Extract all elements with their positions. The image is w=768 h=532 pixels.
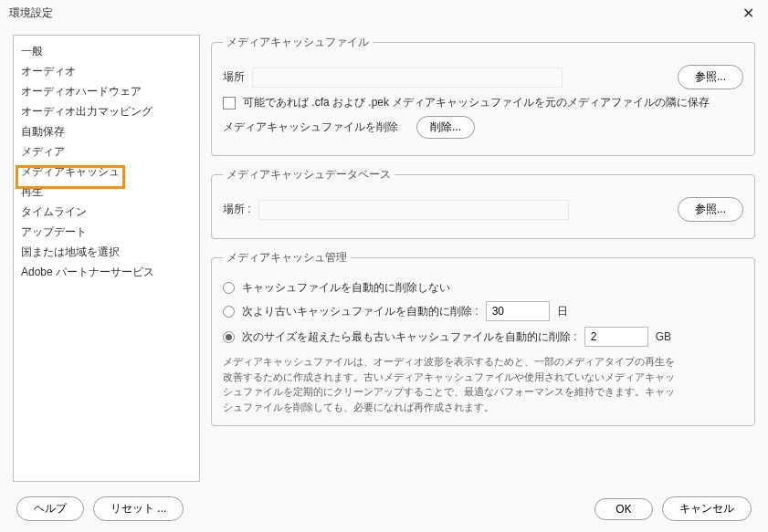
sidebar-item-update[interactable]: アップデート — [14, 222, 199, 242]
footer: ヘルプ リセット ... OK キャンセル — [0, 496, 768, 521]
days-unit: 日 — [557, 304, 568, 319]
sidebar-item-general[interactable]: 一般 — [14, 41, 199, 61]
sidebar-item-media-cache[interactable]: メディアキャッシュ — [14, 162, 199, 182]
cache-db-location-row: 場所 : 参照... — [223, 197, 743, 222]
opt-size-row: 次のサイズを超えたら最も古いキャッシュファイルを自動的に削除 : GB — [223, 327, 743, 347]
sidebar-item-audio-output-mapping[interactable]: オーディオ出力マッピング — [14, 101, 199, 121]
sidebar-item-adobe-partner[interactable]: Adobe パートナーサービス — [14, 262, 199, 282]
opt-none-label: キャッシュファイルを自動的に削除しない — [242, 280, 450, 296]
delete-cache-label: メディアキャッシュファイルを削除 — [223, 120, 398, 135]
sidebar-item-audio[interactable]: オーディオ — [14, 61, 199, 81]
sidebar-item-audio-hardware[interactable]: オーディオハードウェア — [14, 81, 199, 101]
sidebar-item-media[interactable]: メディア — [14, 141, 199, 162]
sidebar-item-playback[interactable]: 再生 — [14, 182, 199, 202]
cache-files-path-field — [252, 68, 563, 88]
opt-none-row: キャッシュファイルを自動的に削除しない — [223, 280, 743, 296]
opt-size-radio[interactable] — [223, 331, 235, 343]
section-cache-db: メディアキャッシュデータベース 場所 : 参照... — [211, 167, 755, 239]
delete-cache-button[interactable]: 削除... — [416, 116, 475, 139]
dialog-body: 一般 オーディオ オーディオハードウェア オーディオ出力マッピング 自動保存 メ… — [0, 26, 768, 482]
cache-files-legend: メディアキャッシュファイル — [223, 35, 373, 50]
reset-button[interactable]: リセット ... — [93, 496, 184, 521]
opt-days-row: 次より古いキャッシュファイルを自動的に削除 : 日 — [223, 301, 743, 321]
sidebar-item-timeline[interactable]: タイムライン — [14, 202, 199, 222]
sidebar-item-autosave[interactable]: 自動保存 — [14, 121, 199, 141]
save-next-to-media-checkbox[interactable] — [223, 97, 236, 110]
ok-button[interactable]: OK — [594, 498, 653, 520]
sidebar-item-region[interactable]: 国または地域を選択 — [14, 242, 199, 262]
section-cache-mgmt: メディアキャッシュ管理 キャッシュファイルを自動的に削除しない 次より古いキャッ… — [211, 250, 755, 426]
content-panel: メディアキャッシュファイル 場所 参照... 可能であれば .cfa および .… — [211, 35, 755, 482]
cache-db-browse-button[interactable]: 参照... — [678, 197, 743, 222]
opt-size-label: 次のサイズを超えたら最も古いキャッシュファイルを自動的に削除 : — [242, 329, 577, 345]
size-input[interactable] — [584, 327, 648, 347]
cache-mgmt-legend: メディアキャッシュ管理 — [223, 250, 351, 266]
opt-days-radio[interactable] — [223, 306, 235, 318]
cancel-button[interactable]: キャンセル — [662, 496, 752, 521]
cache-db-legend: メディアキャッシュデータベース — [223, 167, 395, 183]
help-button[interactable]: ヘルプ — [16, 496, 84, 521]
cache-db-location-label: 場所 : — [223, 202, 251, 217]
days-input[interactable] — [486, 301, 550, 321]
sidebar: 一般 オーディオ オーディオハードウェア オーディオ出力マッピング 自動保存 メ… — [13, 35, 200, 482]
cache-db-path-field — [258, 200, 569, 220]
section-cache-files: メディアキャッシュファイル 場所 参照... 可能であれば .cfa および .… — [211, 35, 755, 156]
save-next-to-media-label: 可能であれば .cfa および .pek メディアキャッシュファイルを元のメディ… — [243, 95, 710, 110]
opt-none-radio[interactable] — [223, 282, 235, 294]
titlebar: 環境設定 ✕ — [0, 0, 768, 26]
cache-files-location-row: 場所 参照... — [223, 65, 743, 89]
cache-files-location-label: 場所 — [223, 69, 245, 85]
close-icon[interactable]: ✕ — [737, 2, 759, 24]
preferences-dialog: 環境設定 ✕ 一般 オーディオ オーディオハードウェア オーディオ出力マッピング… — [0, 0, 768, 532]
cache-mgmt-help-text: メディアキャッシュファイルは、オーディオ波形を表示するためと、一部のメディアタイ… — [223, 354, 679, 414]
cache-files-delete-row: メディアキャッシュファイルを削除 削除... — [223, 116, 743, 139]
opt-days-label: 次より古いキャッシュファイルを自動的に削除 : — [242, 304, 479, 319]
dialog-title: 環境設定 — [9, 5, 53, 21]
size-unit: GB — [656, 330, 671, 343]
cache-files-checkbox-row: 可能であれば .cfa および .pek メディアキャッシュファイルを元のメディ… — [223, 95, 743, 110]
cache-files-browse-button[interactable]: 参照... — [678, 65, 743, 89]
